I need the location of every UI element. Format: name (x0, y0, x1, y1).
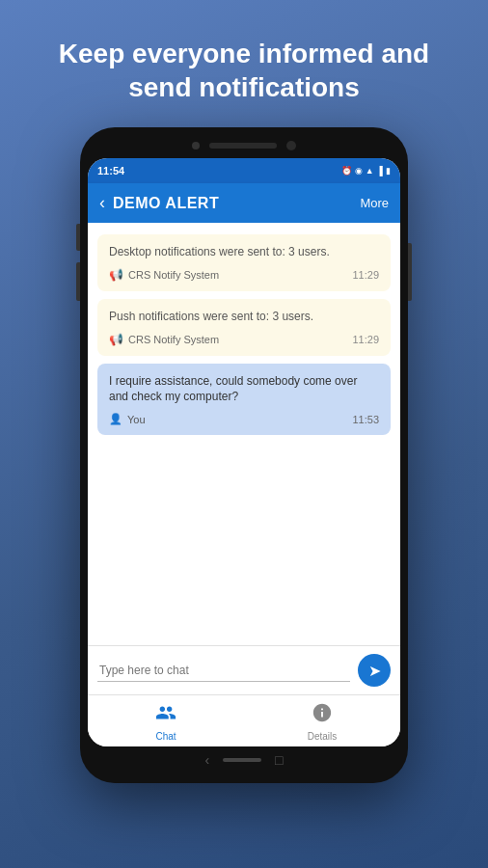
system-message-2: Push notifications were sent to: 3 users… (97, 299, 391, 356)
power-button (408, 243, 412, 301)
user-message-1-time: 11:53 (352, 414, 379, 425)
status-time: 11:54 (97, 165, 124, 176)
status-icons: ⏰ ◉ ▲ ▐ ▮ (341, 166, 391, 176)
phone-shell: 11:54 ⏰ ◉ ▲ ▐ ▮ ‹ DEMO ALERT More Deskto… (80, 127, 408, 783)
page-headline: Keep everyone informed and send notifica… (0, 0, 488, 123)
send-button[interactable]: ➤ (358, 654, 391, 687)
nav-item-details[interactable]: Details (244, 702, 400, 742)
system-sender-2-name: CRS Notify System (128, 334, 219, 345)
system-message-2-text: Push notifications were sent to: 3 users… (109, 309, 379, 325)
back-button[interactable]: ‹ (99, 193, 105, 213)
more-button[interactable]: More (360, 196, 389, 210)
signal-icon: ▐ (377, 166, 383, 176)
chat-nav-label: Chat (155, 731, 176, 742)
system-message-1: Desktop notifications were sent to: 3 us… (97, 234, 391, 291)
alarm-icon: ⏰ (341, 166, 352, 176)
system-sender-1: 📢 CRS Notify System (109, 268, 219, 282)
phone-bottom-hardware: ‹ □ (88, 746, 400, 770)
system-message-2-footer: 📢 CRS Notify System 11:29 (109, 333, 379, 346)
system-message-2-time: 11:29 (352, 334, 379, 345)
phone-top-hardware (88, 139, 400, 158)
system-sender-2: 📢 CRS Notify System (109, 333, 219, 346)
user-message-1-footer: 👤 You 11:53 (109, 413, 379, 425)
user-sender-1-name: You (127, 414, 146, 425)
home-hardware-button (223, 758, 261, 762)
wifi-icon: ▲ (366, 166, 374, 176)
camera-sensor (286, 141, 296, 150)
phone-screen: 11:54 ⏰ ◉ ▲ ▐ ▮ ‹ DEMO ALERT More Deskto… (88, 158, 400, 746)
back-hardware-button: ‹ (204, 752, 209, 768)
input-area: ➤ (88, 645, 400, 694)
details-nav-icon (312, 702, 333, 728)
chat-area: Desktop notifications were sent to: 3 us… (88, 223, 400, 645)
megaphone-icon-2: 📢 (109, 333, 123, 346)
user-message-1-text: I require assistance, could somebody com… (109, 373, 379, 406)
details-nav-label: Details (308, 731, 338, 742)
megaphone-icon-1: 📢 (109, 268, 123, 282)
nav-item-chat[interactable]: Chat (88, 702, 244, 742)
front-camera (192, 142, 200, 149)
volume-up-button (76, 224, 80, 251)
battery-icon: ▮ (386, 166, 391, 176)
user-sender-1: 👤 You (109, 413, 146, 425)
system-message-1-footer: 📢 CRS Notify System 11:29 (109, 268, 379, 282)
system-message-1-time: 11:29 (352, 269, 379, 281)
volume-down-button (76, 262, 80, 301)
send-icon: ➤ (368, 662, 381, 680)
bottom-nav: Chat Details (88, 694, 400, 746)
app-header: ‹ DEMO ALERT More (88, 183, 400, 223)
recent-hardware-button: □ (275, 752, 283, 768)
speaker (209, 143, 277, 149)
user-icon: 👤 (109, 413, 122, 425)
system-sender-1-name: CRS Notify System (128, 269, 219, 281)
system-message-1-text: Desktop notifications were sent to: 3 us… (109, 244, 379, 260)
chat-input[interactable] (97, 660, 350, 682)
header-title: DEMO ALERT (113, 195, 352, 212)
chat-nav-icon (155, 702, 176, 728)
user-message-1: I require assistance, could somebody com… (97, 364, 391, 436)
location-icon: ◉ (355, 166, 363, 176)
status-bar: 11:54 ⏰ ◉ ▲ ▐ ▮ (88, 158, 400, 183)
